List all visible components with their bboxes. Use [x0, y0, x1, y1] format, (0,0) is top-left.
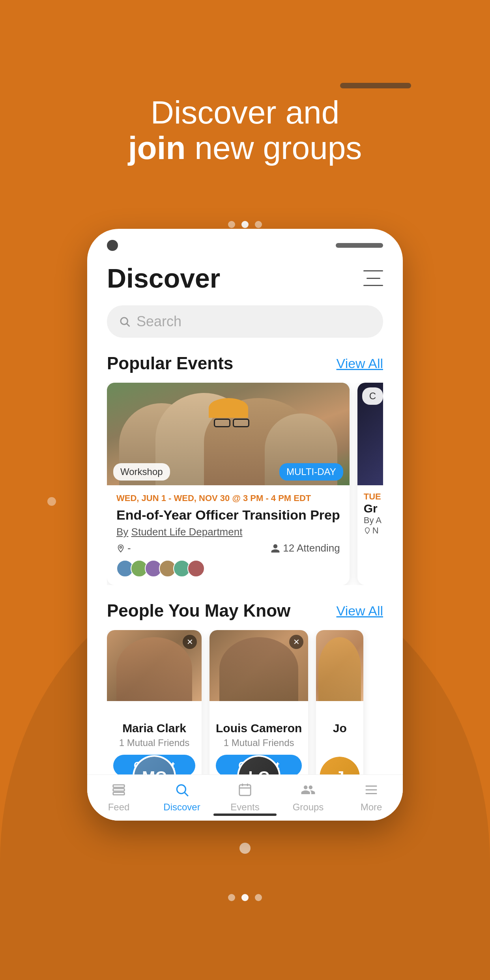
- people-view-all[interactable]: View All: [337, 603, 383, 619]
- popular-events-section: Popular Events View All: [107, 353, 383, 585]
- person-card-bg-third: [316, 630, 363, 701]
- discover-icon: [173, 781, 191, 799]
- filter-button[interactable]: [363, 270, 383, 286]
- partial-event-date: TUE: [364, 492, 383, 502]
- phone-camera: [107, 240, 118, 251]
- person-card-third[interactable]: J Jo: [316, 630, 363, 783]
- svg-rect-8: [239, 785, 251, 795]
- partial-event-by: By A: [364, 515, 383, 526]
- event-attending-text: 12 Attending: [283, 542, 340, 554]
- event-date: WED, JUN 1 - WED, NOV 30 @ 3 PM - 4 PM E…: [116, 493, 340, 503]
- event-card-partial[interactable]: C TUE Gr By A N: [357, 383, 383, 585]
- pag-dot-bottom-1[interactable]: [228, 894, 235, 901]
- feed-icon: [110, 781, 127, 799]
- event-card-main[interactable]: Workshop MULTI-DAY WED, JUN 1 - WED, NOV…: [107, 383, 350, 585]
- louis-name: Louis Cameron: [216, 722, 302, 735]
- home-indicator: [213, 814, 277, 816]
- people-scroll: MC ✕ Maria Clark 1 Mutual Friends Connec…: [107, 630, 383, 783]
- maria-dismiss-button[interactable]: ✕: [183, 635, 197, 649]
- attendee-avatars: [116, 560, 340, 577]
- location-icon: [116, 544, 125, 553]
- pag-dot-1[interactable]: [228, 221, 235, 228]
- events-view-all[interactable]: View All: [337, 356, 383, 371]
- person-card-maria[interactable]: MC ✕ Maria Clark 1 Mutual Friends Connec…: [107, 630, 202, 783]
- nav-label-feed: Feed: [108, 802, 130, 813]
- svg-rect-5: [113, 792, 125, 795]
- app-header: Discover: [107, 263, 383, 294]
- groups-icon: [299, 781, 317, 799]
- louis-mutual: 1 Mutual Friends: [216, 737, 302, 748]
- more-svg: [364, 782, 379, 797]
- maria-mutual: 1 Mutual Friends: [113, 737, 195, 748]
- partial-event-info: TUE Gr By A N: [357, 485, 383, 536]
- event-meta: - 12 Attending: [116, 542, 340, 554]
- nav-item-feed[interactable]: Feed: [87, 781, 150, 813]
- svg-rect-3: [113, 785, 125, 787]
- filter-line-3: [363, 285, 383, 286]
- phone-top-bar: [87, 229, 403, 251]
- events-section-title: Popular Events: [107, 353, 233, 373]
- people-section-header: People You May Know View All: [107, 601, 383, 621]
- event-attending: 12 Attending: [270, 542, 340, 554]
- hero-line2-rest: new groups: [186, 130, 362, 166]
- bg-dot-left: [47, 497, 56, 506]
- nav-label-more: More: [361, 802, 382, 813]
- events-icon: [236, 781, 254, 799]
- partial-location-icon: [364, 527, 371, 534]
- events-svg: [238, 782, 252, 797]
- event-organizer-name[interactable]: Student Life Department: [131, 526, 243, 538]
- filter-line-1: [363, 270, 383, 271]
- hero-line2: join new groups: [128, 130, 362, 166]
- page-title: Discover: [107, 263, 220, 294]
- person-card-louis[interactable]: LC ✕ Louis Cameron 1 Mutual Friends Conn…: [209, 630, 308, 783]
- groups-svg: [301, 782, 316, 797]
- svg-line-1: [127, 324, 130, 327]
- bg-dot-bottom: [239, 843, 251, 854]
- pagination-top: [228, 221, 262, 228]
- discover-svg: [174, 782, 189, 797]
- status-bar-decoration: [340, 83, 411, 88]
- svg-point-6: [177, 785, 185, 793]
- phone-notch: [336, 243, 383, 248]
- svg-point-0: [121, 318, 128, 325]
- event-organizer: By Student Life Department: [116, 526, 340, 538]
- phone-mockup: Discover Search Popular Events View All: [87, 229, 403, 821]
- pag-dot-3[interactable]: [255, 221, 262, 228]
- event-image-main: Workshop MULTI-DAY: [107, 383, 350, 485]
- nav-item-more[interactable]: More: [340, 781, 403, 813]
- event-by-label: By: [116, 526, 128, 538]
- partial-tag: C: [362, 387, 383, 405]
- nav-item-events[interactable]: Events: [213, 781, 277, 813]
- svg-point-2: [120, 546, 122, 548]
- app-content: Discover Search Popular Events View All: [87, 251, 403, 791]
- nav-item-discover[interactable]: Discover: [150, 781, 213, 813]
- maria-name: Maria Clark: [113, 722, 195, 735]
- event-name: End-of-Year Officer Transition Prep: [116, 507, 340, 523]
- nav-label-events: Events: [230, 802, 259, 813]
- event-tags: Workshop MULTI-DAY: [107, 463, 350, 481]
- pag-dot-bottom-2[interactable]: [241, 894, 249, 901]
- search-icon: [119, 316, 131, 327]
- attendee-6: [187, 560, 205, 577]
- pagination-bottom: [228, 894, 262, 901]
- third-name: Jo: [322, 722, 357, 735]
- nav-item-groups[interactable]: Groups: [277, 781, 340, 813]
- people-section: People You May Know View All MC ✕ Maria …: [107, 601, 383, 783]
- hero-line2-bold: join: [128, 130, 186, 166]
- pag-dot-bottom-3[interactable]: [255, 894, 262, 901]
- events-section-header: Popular Events View All: [107, 353, 383, 373]
- search-placeholder-text: Search: [137, 313, 181, 330]
- nav-label-groups: Groups: [293, 802, 324, 813]
- people-section-title: People You May Know: [107, 601, 290, 621]
- third-info: Jo: [316, 701, 363, 744]
- event-location: -: [116, 542, 131, 554]
- attending-icon: [270, 543, 281, 554]
- event-location-text: -: [127, 542, 131, 554]
- svg-line-7: [185, 793, 188, 796]
- pag-dot-2[interactable]: [241, 221, 249, 228]
- events-scroll: Workshop MULTI-DAY WED, JUN 1 - WED, NOV…: [107, 383, 383, 585]
- nav-label-discover: Discover: [163, 802, 200, 813]
- search-bar[interactable]: Search: [107, 305, 383, 338]
- svg-rect-4: [113, 789, 125, 791]
- event-info-main: WED, JUN 1 - WED, NOV 30 @ 3 PM - 4 PM E…: [107, 485, 350, 585]
